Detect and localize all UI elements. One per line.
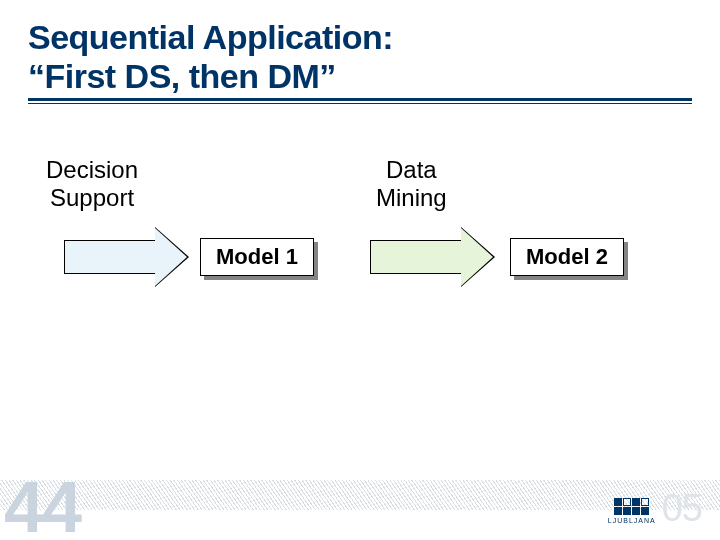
label-ds-line1: Decision xyxy=(46,156,138,183)
flow-diagram: Decision Support Model 1 Data Mining Mod… xyxy=(0,156,720,336)
model-1-box: Model 1 xyxy=(200,238,318,280)
label-ds-line2: Support xyxy=(50,184,134,211)
model-1-label: Model 1 xyxy=(200,238,314,276)
model-2-label: Model 2 xyxy=(510,238,624,276)
arrow-body xyxy=(370,240,462,274)
page-number: 44 xyxy=(4,466,80,540)
arrow-head-icon xyxy=(155,228,187,286)
label-data-mining: Data Mining xyxy=(376,156,447,211)
logo-city-text: LJUBLJANA xyxy=(608,517,656,524)
title-underline xyxy=(28,98,692,104)
title-line-1: Sequential Application: xyxy=(28,18,692,57)
label-dm-line2: Mining xyxy=(376,184,447,211)
arrow-body xyxy=(64,240,156,274)
logo-year: 05 xyxy=(662,487,702,530)
arrow-data-mining xyxy=(370,228,494,286)
label-decision-support: Decision Support xyxy=(46,156,138,211)
model-2-box: Model 2 xyxy=(510,238,628,280)
arrow-head-icon xyxy=(461,228,493,286)
label-dm-line1: Data xyxy=(386,156,437,183)
slide-title-block: Sequential Application: “First DS, then … xyxy=(0,0,720,108)
logo-glyph-icon: LJUBLJANA xyxy=(608,498,656,524)
footer-logo: LJUBLJANA 05 xyxy=(608,487,702,530)
arrow-decision-support xyxy=(64,228,188,286)
title-line-2: “First DS, then DM” xyxy=(28,57,692,96)
